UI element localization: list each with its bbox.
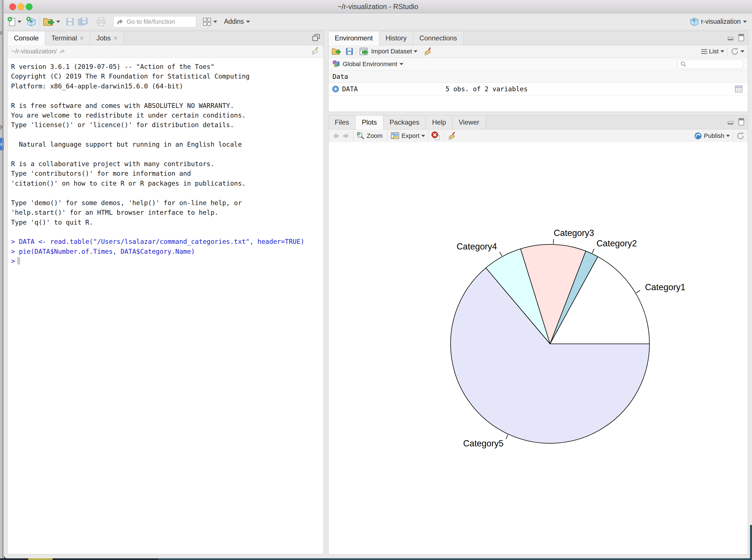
- tab-help[interactable]: Help: [426, 116, 452, 129]
- chevron-down-icon: [56, 21, 60, 23]
- maximize-panel-icon[interactable]: [737, 118, 745, 126]
- remove-plot-button[interactable]: [431, 132, 441, 140]
- clear-all-plots-broom-icon[interactable]: [447, 131, 456, 141]
- list-view-label: List: [709, 48, 719, 55]
- export-plot-button[interactable]: Export: [390, 132, 425, 140]
- goto-arrow-icon: [116, 18, 124, 25]
- publish-button[interactable]: Publish: [694, 132, 730, 140]
- tab-packages[interactable]: Packages: [383, 116, 426, 129]
- goto-file-box[interactable]: Go to file/function: [113, 16, 196, 27]
- console-line: R version 3.6.1 (2019-07-05) -- "Action …: [11, 62, 323, 72]
- open-file-button[interactable]: [43, 17, 55, 26]
- panes-dropdown[interactable]: [213, 21, 217, 23]
- console-tabbar: Console Terminal× Jobs×: [8, 32, 323, 45]
- chevron-down-icon: [213, 21, 217, 23]
- environment-search-input[interactable]: [678, 59, 743, 69]
- open-file-dropdown[interactable]: [56, 21, 60, 23]
- refresh-icon[interactable]: [730, 47, 739, 56]
- close-icon[interactable]: ×: [80, 35, 84, 42]
- expand-object-icon[interactable]: [332, 85, 339, 93]
- environment-scope-row: Global Environment: [328, 58, 748, 71]
- chevron-down-icon: [413, 50, 418, 53]
- tab-console[interactable]: Console: [8, 32, 45, 45]
- tab-label: History: [386, 34, 407, 42]
- tab-plots[interactable]: Plots: [355, 116, 383, 129]
- chevron-down-icon[interactable]: [740, 50, 744, 53]
- console-line: Type 'contributors()' for more informati…: [11, 169, 323, 178]
- toolbar-separator: [353, 131, 354, 141]
- save-workspace-icon[interactable]: [345, 47, 353, 55]
- tab-label: Environment: [335, 34, 373, 42]
- goto-directory-icon[interactable]: [59, 48, 66, 55]
- maximize-panel-icon[interactable]: [737, 34, 745, 42]
- clear-environment-broom-icon[interactable]: [423, 47, 432, 56]
- minimize-panel-icon[interactable]: [727, 118, 735, 125]
- console-line: > pie(DATA$Number.of.Times, DATA$Categor…: [11, 247, 323, 256]
- open-folder-icon: [43, 17, 55, 26]
- tab-viewer[interactable]: Viewer: [452, 116, 486, 129]
- load-workspace-icon[interactable]: [331, 47, 342, 56]
- environment-tabbar: Environment History Connections: [328, 32, 748, 45]
- console-line: [11, 188, 323, 198]
- global-environment-icon: [332, 60, 340, 68]
- save-button[interactable]: [66, 18, 74, 26]
- import-dataset-icon: [359, 47, 369, 56]
- background-window-sliver: a y e: [0, 0, 4, 558]
- project-menu-button[interactable]: R r-visualization: [690, 13, 747, 30]
- toolbar-separator: [40, 17, 40, 26]
- minimize-panel-icon[interactable]: [727, 34, 735, 41]
- tab-label: Viewer: [459, 118, 480, 126]
- import-dataset-button[interactable]: Import Dataset: [359, 47, 418, 56]
- text-cursor: [17, 257, 20, 264]
- console-line: Natural language support but running in …: [11, 140, 323, 149]
- console-line: Type 'demo()' for some demos, 'help()' f…: [11, 198, 323, 208]
- environment-object-row[interactable]: DATA 5 obs. of 2 variables: [328, 83, 748, 96]
- refresh-plot-icon[interactable]: [736, 132, 744, 140]
- close-icon[interactable]: ×: [114, 35, 117, 42]
- tab-connections[interactable]: Connections: [413, 32, 463, 45]
- toolbar-separator: [356, 47, 357, 56]
- pie-label-category5: Category5: [463, 439, 504, 448]
- title-bar[interactable]: ~/r-visualization - RStudio: [4, 0, 752, 13]
- console-line: [11, 149, 323, 159]
- next-plot-icon[interactable]: [342, 132, 350, 140]
- tab-files[interactable]: Files: [328, 116, 355, 129]
- zoom-label: Zoom: [367, 132, 383, 140]
- plots-tabbar: Files Plots Packages Help Viewer: [328, 116, 748, 129]
- main-toolbar: R Go to file/function: [4, 13, 752, 30]
- list-view-icon[interactable]: [701, 48, 707, 55]
- section-label: Data: [332, 73, 348, 80]
- print-button[interactable]: [96, 17, 106, 26]
- publish-icon: [694, 132, 702, 140]
- tab-history[interactable]: History: [380, 32, 413, 45]
- tab-terminal[interactable]: Terminal×: [45, 32, 90, 45]
- chevron-down-icon: [726, 135, 730, 137]
- zoom-plot-button[interactable]: Zoom: [357, 132, 384, 140]
- environment-scope-label[interactable]: Global Environment: [343, 60, 397, 68]
- pie-label-tick: [500, 252, 502, 256]
- clear-console-broom-icon[interactable]: [310, 46, 320, 56]
- console-line: Type 'license()' or 'licence()' for dist…: [11, 120, 323, 130]
- new-file-button[interactable]: [7, 17, 16, 27]
- restore-panes-icon[interactable]: [311, 34, 321, 42]
- search-icon: [680, 61, 687, 67]
- chevron-down-icon: [743, 21, 747, 23]
- tab-environment[interactable]: Environment: [328, 32, 380, 45]
- environment-toolbar: Import Dataset List: [328, 45, 748, 58]
- new-project-button[interactable]: R: [26, 16, 37, 27]
- plot-area: Category1Category2Category3Category4Cate…: [328, 142, 748, 554]
- tab-label: Terminal: [52, 34, 77, 42]
- tab-jobs[interactable]: Jobs×: [90, 32, 124, 45]
- previous-plot-icon[interactable]: [331, 132, 340, 140]
- pie-label-category2: Category2: [596, 238, 637, 248]
- save-all-button[interactable]: [78, 17, 88, 26]
- console-output[interactable]: R version 3.6.1 (2019-07-05) -- "Action …: [8, 58, 323, 554]
- console-line: [11, 91, 323, 101]
- chevron-down-icon: [421, 135, 425, 137]
- view-table-icon[interactable]: [735, 85, 743, 93]
- addins-button[interactable]: Addins: [222, 18, 250, 25]
- chevron-down-icon[interactable]: [400, 63, 403, 65]
- workspace-panes-button[interactable]: [203, 17, 211, 26]
- new-file-dropdown[interactable]: [18, 21, 21, 23]
- console-panel: Console Terminal× Jobs× ~/r-visualizatio…: [7, 31, 324, 554]
